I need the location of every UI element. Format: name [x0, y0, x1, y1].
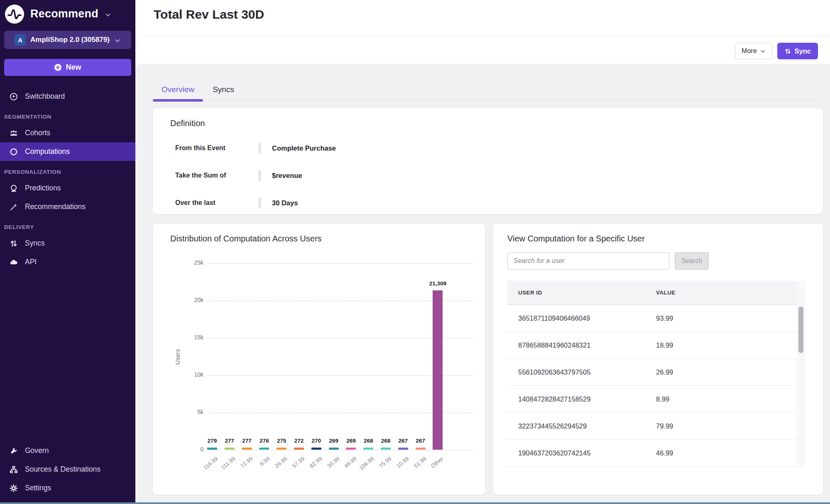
project-selector[interactable]: A AmpliShop 2.0 (305879) — [4, 31, 131, 49]
more-button[interactable]: More — [735, 43, 772, 59]
definition-card: Definition From this EventComplete Purch… — [153, 108, 823, 214]
sidebar-item-label: Govern — [25, 446, 49, 455]
table-row[interactable]: 365187110940646604993.99 — [507, 305, 796, 332]
user-search-button[interactable]: Search — [675, 252, 709, 270]
table-scrollbar-thumb[interactable] — [798, 307, 803, 353]
x-axis-tick-label: 75.99 — [378, 455, 393, 469]
x-axis-tick-label: 72.99 — [239, 455, 254, 469]
more-button-label: More — [742, 47, 757, 55]
bar-value-label: 21,309 — [424, 280, 451, 287]
x-axis-tick-label: 10.99 — [395, 455, 410, 469]
sidebar-item-computations[interactable]: Computations — [0, 142, 135, 161]
bar-other[interactable] — [433, 290, 443, 450]
bar-10-99[interactable] — [398, 448, 408, 450]
y-axis-tick-label: 5k — [185, 409, 203, 415]
computations-icon — [10, 148, 18, 156]
bar-106-99[interactable] — [363, 448, 373, 450]
gridline — [208, 450, 473, 450]
y-axis-tick-label: 15k — [185, 334, 203, 341]
bar-49-99[interactable] — [346, 448, 356, 450]
table-row[interactable]: 556109206364379750526.99 — [507, 359, 796, 386]
bar-51-99[interactable] — [416, 448, 426, 450]
value-column-header: VALUE — [656, 290, 676, 296]
window-bottom-edge — [0, 502, 830, 504]
value-cell: 18.99 — [656, 341, 673, 349]
x-axis-tick-label: 116.99 — [202, 455, 219, 471]
user-table: USER ID VALUE 365187110940646604993.9987… — [507, 281, 806, 467]
bar-57-99[interactable] — [294, 448, 304, 450]
definition-value[interactable]: 30 Days — [272, 199, 298, 207]
sources-destinations-icon — [10, 465, 18, 474]
definition-row-over-the-last: Over the last30 Days — [170, 195, 806, 210]
bar-75-99[interactable] — [381, 448, 391, 450]
new-button-label: New — [66, 63, 81, 72]
definition-label: Over the last — [175, 199, 258, 207]
divider-pill-icon — [258, 197, 261, 209]
bar-26-99[interactable] — [277, 448, 286, 450]
sync-arrows-icon — [784, 48, 791, 55]
sidebar-item-govern[interactable]: Govern — [0, 441, 135, 460]
chevron-down-icon — [760, 49, 766, 54]
user-lookup-title: View Computation for a Specific User — [507, 234, 806, 243]
sidebar-section-personalization: PERSONALIZATION — [0, 161, 135, 179]
sync-button-label: Sync — [795, 47, 811, 55]
value-cell: 79.99 — [656, 422, 673, 430]
project-chevron-down-icon — [114, 37, 121, 44]
settings-icon — [10, 484, 18, 492]
user-id-cell: 3651871109406466049 — [518, 314, 656, 322]
sidebar-item-label: Settings — [25, 484, 51, 492]
chart-title: Distribution of Computation Across Users — [170, 234, 485, 243]
divider-pill-icon — [258, 170, 261, 181]
bar-116-99[interactable] — [207, 448, 217, 450]
x-axis-tick-label: 51.99 — [413, 455, 428, 469]
sidebar-item-recommendations[interactable]: Recommendations — [0, 197, 135, 216]
syncs-icon — [10, 239, 18, 248]
value-cell: 93.99 — [656, 314, 673, 322]
table-row[interactable]: 190463720362074214546.99 — [507, 440, 796, 467]
sidebar-item-syncs[interactable]: Syncs — [0, 234, 135, 253]
user-search-row: Search — [507, 252, 806, 270]
tab-overview[interactable]: Overview — [153, 85, 203, 100]
tab-syncs[interactable]: Syncs — [204, 85, 243, 100]
value-cell: 46.99 — [656, 449, 673, 457]
sidebar: Recommend A AmpliShop 2.0 (305879) New S… — [0, 0, 135, 504]
sidebar-bottom-nav: GovernSources & DestinationsSettings — [0, 441, 135, 504]
x-axis-tick-label: 106.99 — [358, 455, 375, 471]
govern-icon — [10, 447, 18, 455]
bar-30-99[interactable] — [329, 448, 339, 450]
user-id-cell: 322373445526294529 — [518, 422, 656, 430]
definition-value[interactable]: $revenue — [272, 172, 302, 180]
plus-icon — [54, 63, 62, 71]
table-row[interactable]: 878658884196024832118.99 — [507, 332, 796, 359]
user-search-input[interactable] — [507, 252, 669, 270]
sidebar-item-label: Cohorts — [25, 129, 50, 137]
definition-value[interactable]: Complete Purchase — [272, 144, 336, 152]
value-cell: 26.99 — [656, 368, 673, 376]
amplitude-logo-icon[interactable] — [5, 5, 24, 24]
tab-bar: OverviewSyncs — [153, 85, 823, 101]
sidebar-item-switchboard[interactable]: Switchboard — [0, 87, 135, 106]
sidebar-item-settings[interactable]: Settings — [0, 479, 135, 497]
bar-9-99[interactable] — [259, 448, 269, 450]
bar-82-99[interactable] — [311, 448, 321, 450]
app-title-chevron-down-icon[interactable] — [105, 12, 111, 18]
x-axis-tick-label: 57.99 — [291, 455, 306, 469]
y-axis-tick-label: 20k — [185, 297, 203, 303]
sidebar-section-segmentation: SEGMENTATION — [0, 106, 135, 124]
sidebar-item-api[interactable]: API — [0, 253, 135, 271]
sidebar-item-predictions[interactable]: Predictions — [0, 179, 135, 197]
new-button[interactable]: New — [4, 59, 131, 76]
bar-111-99[interactable] — [225, 448, 235, 450]
api-icon — [10, 258, 18, 266]
table-scrollbar[interactable] — [796, 281, 806, 467]
sidebar-nav: SwitchboardSEGMENTATIONCohortsComputatio… — [0, 87, 135, 271]
sidebar-item-sources-destinations[interactable]: Sources & Destinations — [0, 460, 135, 479]
user-lookup-card: View Computation for a Specific User Sea… — [493, 224, 823, 495]
sidebar-item-cohorts[interactable]: Cohorts — [0, 124, 135, 142]
table-row[interactable]: 32237344552629452979.99 — [507, 413, 796, 440]
table-row[interactable]: 14084728284271585298.99 — [507, 386, 796, 413]
sidebar-item-label: Switchboard — [25, 92, 65, 101]
distribution-chart-card: Distribution of Computation Across Users… — [153, 224, 485, 495]
bar-72-99[interactable] — [242, 448, 252, 450]
sync-button[interactable]: Sync — [777, 43, 818, 59]
